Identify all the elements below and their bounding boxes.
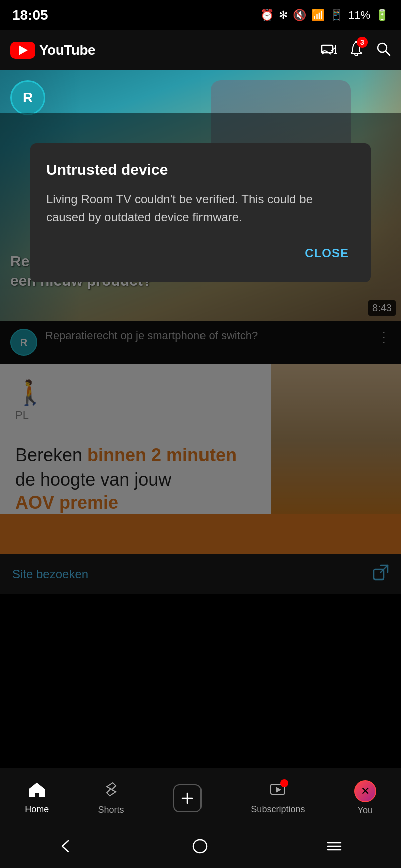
nav-actions: 3 (321, 41, 391, 60)
svg-line-6 (386, 51, 390, 55)
yt-play-triangle (19, 45, 28, 55)
home-button[interactable] (191, 838, 209, 858)
nav-label-subscriptions: Subscriptions (251, 804, 305, 815)
status-time: 18:05 (12, 7, 48, 23)
create-icon[interactable] (173, 784, 202, 812)
untrusted-device-dialog: Untrusted device Living Room TV couldn't… (30, 143, 371, 282)
nav-bar: YouTube 3 (0, 30, 401, 70)
recent-apps-button[interactable] (327, 839, 342, 857)
yt-icon (10, 42, 35, 59)
signal-icon: 📱 (330, 9, 343, 22)
feed-section: 🚶 PL Bereken binnen 2 minuten de hoogte … (0, 364, 401, 594)
nav-label-you: You (358, 805, 373, 816)
status-bar: 18:05 ⏰ ✻ 🔇 📶 📱 11% 🔋 (0, 0, 401, 30)
bluetooth-icon: ✻ (279, 9, 288, 22)
dialog-close-button[interactable]: CLOSE (299, 242, 355, 264)
dialog-actions: CLOSE (46, 242, 355, 264)
nav-item-create[interactable] (173, 784, 202, 812)
nav-label-shorts: Shorts (98, 805, 124, 815)
yt-wordmark: YouTube (39, 42, 95, 58)
nav-item-you[interactable]: ✕ You (354, 780, 376, 816)
nav-item-shorts[interactable]: Shorts (98, 781, 124, 815)
sys-nav (0, 828, 401, 868)
bottom-nav: Home Shorts Subscriptions (0, 768, 401, 828)
mute-icon: 🔇 (293, 9, 306, 22)
youtube-logo: YouTube (10, 42, 95, 59)
you-avatar: ✕ (354, 780, 376, 802)
home-icon (28, 781, 45, 801)
notification-badge: 3 (357, 37, 368, 48)
svg-point-12 (193, 840, 207, 853)
nav-item-subscriptions[interactable]: Subscriptions (251, 781, 305, 815)
shorts-icon (103, 781, 120, 802)
nav-label-home: Home (25, 804, 49, 815)
alarm-icon: ⏰ (260, 9, 274, 22)
dialog-title: Untrusted device (46, 161, 355, 178)
battery-level: 11% (348, 9, 370, 22)
back-button[interactable] (59, 838, 73, 858)
subscriptions-icon (269, 781, 286, 801)
nav-item-home[interactable]: Home (25, 781, 49, 815)
subscriptions-badge (280, 779, 288, 787)
channel-icon-hero: R (10, 80, 45, 115)
dialog-message: Living Room TV couldn't be verified. Thi… (46, 190, 355, 226)
wifi-icon: 📶 (311, 9, 325, 22)
cast-button[interactable] (321, 42, 337, 59)
search-button[interactable] (376, 41, 391, 60)
status-icons: ⏰ ✻ 🔇 📶 📱 11% 🔋 (260, 9, 389, 22)
battery-icon: 🔋 (375, 9, 389, 22)
notifications-button[interactable]: 3 (349, 41, 364, 60)
